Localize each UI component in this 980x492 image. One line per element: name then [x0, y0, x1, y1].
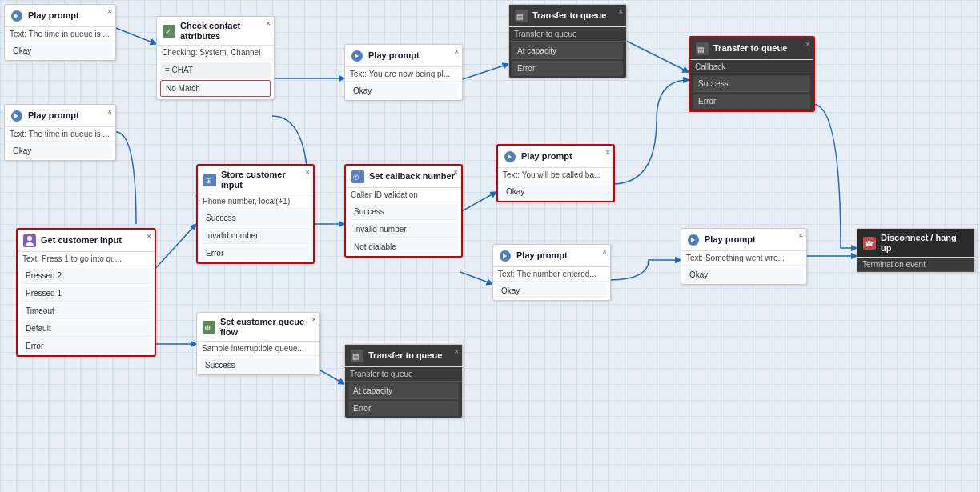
- play-prompt-3-output-okay[interactable]: Okay: [348, 83, 459, 98]
- play-prompt-1-title: Play prompt: [28, 10, 79, 21]
- play-prompt-1-header: Play prompt ×: [5, 5, 115, 27]
- store-customer-input-node[interactable]: ⊞ Store customer input × Phone number, l…: [196, 164, 315, 264]
- svg-text:▤: ▤: [516, 13, 524, 21]
- svg-text:☎: ☎: [865, 240, 874, 248]
- play-prompt-2-output-okay[interactable]: Okay: [8, 143, 112, 158]
- play-prompt-something-wrong-close[interactable]: ×: [798, 231, 803, 240]
- transfer-queue-tr-close[interactable]: ×: [805, 40, 810, 49]
- play-prompt-3-title: Play prompt: [368, 50, 420, 61]
- transfer-queue-tr-title: Transfer to queue: [713, 43, 787, 54]
- play-prompt-number-entered-node[interactable]: Play prompt × Text: The number entered..…: [492, 244, 611, 301]
- svg-text:▤: ▤: [352, 353, 359, 361]
- check-contact-subtext: Checking: System, Channel: [157, 46, 274, 60]
- play-prompt-callback-node[interactable]: Play prompt × Text: You will be called b…: [496, 144, 615, 202]
- transfer-queue-2-subtext: Transfer to queue: [345, 367, 462, 382]
- transfer-queue-2-capacity[interactable]: At capacity: [348, 383, 459, 399]
- check-contact-node[interactable]: ✓ Check contact attributes × Checking: S…: [156, 16, 275, 100]
- transfer-queue-tr-header: ▤ Transfer to queue ×: [690, 38, 813, 60]
- get-customer-pressed1[interactable]: Pressed 1: [21, 286, 151, 302]
- speaker-icon-3: [350, 49, 364, 63]
- store-icon: ⊞: [203, 173, 217, 187]
- set-callback-number-subtext: Caller ID validation: [346, 188, 461, 202]
- play-prompt-callback-subtext: Text: You will be called ba...: [498, 168, 613, 182]
- disconnect-node[interactable]: ☎ Disconnect / hang up Termination event: [857, 228, 975, 273]
- transfer-queue-1-error[interactable]: Error: [512, 61, 623, 76]
- get-customer-error[interactable]: Error: [21, 338, 151, 354]
- check-contact-title: Check contact attributes: [180, 21, 269, 42]
- transfer-queue-top-right-node[interactable]: ▤ Transfer to queue × Callback Success E…: [689, 36, 815, 112]
- svg-text:▤: ▤: [697, 46, 705, 54]
- check-contact-chat-output: = CHAT: [160, 62, 271, 78]
- play-prompt-1-output-okay[interactable]: Okay: [8, 43, 112, 58]
- transfer-queue-1-capacity[interactable]: At capacity: [512, 43, 623, 59]
- set-customer-queue-flow-close[interactable]: ×: [311, 315, 316, 324]
- transfer-queue-1-close[interactable]: ×: [618, 7, 623, 16]
- set-callback-number-node[interactable]: ✆ Set callback number × Caller ID valida…: [344, 164, 463, 258]
- person-icon: [22, 234, 37, 248]
- get-customer-pressed2[interactable]: Pressed 2: [21, 268, 151, 284]
- disconnect-header: ☎ Disconnect / hang up: [858, 229, 974, 258]
- play-prompt-3-subtext: Text: You are now being pl...: [345, 67, 462, 82]
- store-customer-input-header: ⊞ Store customer input ×: [198, 166, 313, 194]
- queue-icon-tr: ▤: [695, 42, 709, 56]
- get-customer-input-title: Get customer input: [41, 235, 122, 246]
- set-flow-icon: ⊕: [202, 320, 216, 334]
- speaker-icon-1: [10, 9, 24, 23]
- play-prompt-3-header: Play prompt ×: [345, 45, 462, 67]
- svg-point-13: [27, 236, 32, 241]
- set-callback-success[interactable]: Success: [349, 204, 458, 220]
- play-prompt-something-wrong-okay[interactable]: Okay: [685, 267, 803, 282]
- flow-canvas: Play prompt × Text: The time in queue is…: [0, 0, 980, 492]
- get-customer-timeout[interactable]: Timeout: [21, 303, 151, 319]
- play-prompt-number-entered-title: Play prompt: [516, 250, 568, 261]
- get-customer-default[interactable]: Default: [21, 321, 151, 337]
- store-customer-success[interactable]: Success: [201, 210, 310, 226]
- store-customer-invalid[interactable]: Invalid number: [201, 228, 310, 244]
- transfer-queue-2-close[interactable]: ×: [454, 347, 459, 356]
- set-callback-not-dialable[interactable]: Not dialable: [349, 239, 458, 254]
- play-prompt-2-node[interactable]: Play prompt × Text: The time in queue is…: [4, 104, 116, 161]
- set-callback-number-header: ✆ Set callback number ×: [346, 166, 461, 188]
- transfer-queue-1-node[interactable]: ▤ Transfer to queue × Transfer to queue …: [508, 4, 627, 78]
- transfer-queue-2-error[interactable]: Error: [348, 401, 459, 416]
- get-customer-input-close[interactable]: ×: [147, 232, 151, 241]
- disconnect-subtext: Termination event: [858, 258, 974, 272]
- play-prompt-something-wrong-node[interactable]: Play prompt × Text: Something went wro..…: [681, 228, 807, 285]
- transfer-queue-2-node[interactable]: ▤ Transfer to queue × Transfer to queue …: [344, 344, 463, 418]
- check-contact-no-match-output[interactable]: No Match: [160, 80, 271, 97]
- play-prompt-2-title: Play prompt: [28, 110, 79, 121]
- set-callback-number-close[interactable]: ×: [453, 168, 458, 177]
- play-prompt-number-entered-close[interactable]: ×: [602, 247, 607, 256]
- play-prompt-callback-okay[interactable]: Okay: [501, 184, 610, 199]
- get-customer-input-node[interactable]: Get customer input × Text: Press 1 to go…: [16, 228, 156, 357]
- transfer-queue-tr-success[interactable]: Success: [693, 76, 810, 92]
- store-customer-input-close[interactable]: ×: [305, 168, 310, 177]
- set-customer-queue-flow-header: ⊕ Set customer queue flow ×: [197, 313, 319, 342]
- transfer-queue-2-header: ▤ Transfer to queue ×: [345, 345, 462, 367]
- play-prompt-3-node[interactable]: Play prompt × Text: You are now being pl…: [344, 44, 463, 101]
- callback-icon: ✆: [351, 170, 365, 184]
- play-prompt-callback-close[interactable]: ×: [605, 148, 610, 157]
- speaker-icon-wrong: [686, 233, 701, 247]
- set-customer-queue-flow-node[interactable]: ⊕ Set customer queue flow × Sample inter…: [196, 312, 320, 375]
- play-prompt-2-close[interactable]: ×: [107, 107, 112, 116]
- svg-text:✓: ✓: [165, 27, 171, 36]
- play-prompt-something-wrong-title: Play prompt: [705, 234, 756, 245]
- set-customer-queue-flow-title: Set customer queue flow: [220, 317, 315, 338]
- disconnect-title: Disconnect / hang up: [881, 233, 970, 254]
- play-prompt-1-node[interactable]: Play prompt × Text: The time in queue is…: [4, 4, 116, 61]
- set-customer-queue-flow-success[interactable]: Success: [200, 358, 316, 373]
- queue-icon-2: ▤: [350, 349, 364, 363]
- play-prompt-1-close[interactable]: ×: [107, 7, 112, 16]
- play-prompt-number-entered-header: Play prompt ×: [493, 245, 610, 267]
- play-prompt-number-entered-okay[interactable]: Okay: [496, 283, 607, 298]
- play-prompt-3-close[interactable]: ×: [454, 47, 459, 56]
- check-contact-close[interactable]: ×: [266, 19, 271, 28]
- set-callback-number-title: Set callback number: [369, 171, 455, 182]
- set-callback-invalid[interactable]: Invalid number: [349, 222, 458, 238]
- play-prompt-2-subtext: Text: The time in queue is ...: [5, 127, 115, 142]
- play-prompt-something-wrong-subtext: Text: Something went wro...: [681, 251, 806, 266]
- play-prompt-2-header: Play prompt ×: [5, 105, 115, 127]
- transfer-queue-tr-error[interactable]: Error: [693, 94, 810, 109]
- store-customer-error[interactable]: Error: [201, 246, 310, 261]
